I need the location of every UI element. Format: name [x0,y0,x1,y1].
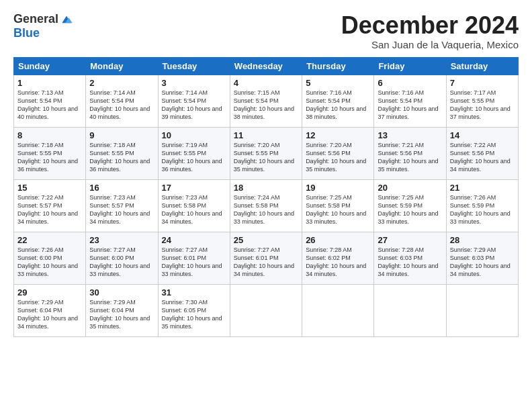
col-monday: Monday [86,57,158,75]
day-content: Sunrise: 7:29 AMSunset: 6:03 PMDaylight:… [450,246,511,277]
table-row: 11Sunrise: 7:20 AMSunset: 5:55 PMDayligh… [230,127,302,179]
day-number: 9 [89,130,154,140]
day-content: Sunrise: 7:17 AMSunset: 5:55 PMDaylight:… [450,89,511,120]
day-number: 27 [378,235,442,245]
col-friday: Friday [374,57,446,75]
table-row: 21Sunrise: 7:26 AMSunset: 5:59 PMDayligh… [446,179,518,232]
table-row: 13Sunrise: 7:21 AMSunset: 5:56 PMDayligh… [374,127,446,179]
table-row: 9Sunrise: 7:18 AMSunset: 5:55 PMDaylight… [86,127,158,179]
day-content: Sunrise: 7:16 AMSunset: 5:54 PMDaylight:… [378,89,438,120]
day-number: 28 [450,235,515,245]
day-number: 16 [89,183,154,193]
day-number: 10 [162,130,226,140]
header-area: General Blue December 2024 San Juan de l… [13,12,519,50]
calendar-week-row: 29Sunrise: 7:29 AMSunset: 6:04 PMDayligh… [14,284,519,336]
table-row: 14Sunrise: 7:22 AMSunset: 5:56 PMDayligh… [446,127,518,179]
table-row: 24Sunrise: 7:27 AMSunset: 6:01 PMDayligh… [158,232,230,284]
day-content: Sunrise: 7:14 AMSunset: 5:54 PMDaylight:… [162,89,222,120]
table-row: 20Sunrise: 7:25 AMSunset: 5:59 PMDayligh… [374,179,446,232]
calendar-week-row: 15Sunrise: 7:22 AMSunset: 5:57 PMDayligh… [14,179,519,232]
day-number: 25 [234,235,298,245]
day-content: Sunrise: 7:23 AMSunset: 5:58 PMDaylight:… [162,194,222,225]
day-content: Sunrise: 7:25 AMSunset: 5:59 PMDaylight:… [378,194,438,225]
day-number: 5 [306,78,370,88]
table-row: 8Sunrise: 7:18 AMSunset: 5:55 PMDaylight… [14,127,86,179]
day-content: Sunrise: 7:27 AMSunset: 6:01 PMDaylight:… [234,246,294,277]
table-row: 5Sunrise: 7:16 AMSunset: 5:54 PMDaylight… [302,75,374,127]
day-number: 13 [378,130,442,140]
day-number: 18 [234,183,298,193]
table-row: 18Sunrise: 7:24 AMSunset: 5:58 PMDayligh… [230,179,302,232]
logo: General Blue [13,12,73,40]
day-number: 19 [306,183,370,193]
table-row: 4Sunrise: 7:15 AMSunset: 5:54 PMDaylight… [230,75,302,127]
page: General Blue December 2024 San Juan de l… [0,0,532,344]
day-number: 15 [17,183,82,193]
calendar-week-row: 8Sunrise: 7:18 AMSunset: 5:55 PMDaylight… [14,127,519,179]
day-content: Sunrise: 7:29 AMSunset: 6:04 PMDaylight:… [17,299,78,330]
day-number: 30 [89,287,154,298]
day-number: 11 [234,130,298,140]
col-tuesday: Tuesday [158,57,230,75]
day-content: Sunrise: 7:28 AMSunset: 6:02 PMDaylight:… [306,246,366,277]
day-content: Sunrise: 7:26 AMSunset: 5:59 PMDaylight:… [450,194,511,225]
day-content: Sunrise: 7:27 AMSunset: 6:00 PMDaylight:… [89,246,150,277]
table-row: 6Sunrise: 7:16 AMSunset: 5:54 PMDaylight… [374,75,446,127]
day-number: 24 [162,235,226,245]
month-title: December 2024 [341,12,519,39]
table-row: 30Sunrise: 7:29 AMSunset: 6:04 PMDayligh… [86,284,158,336]
day-content: Sunrise: 7:18 AMSunset: 5:55 PMDaylight:… [89,142,150,173]
table-row [230,284,302,336]
table-row: 15Sunrise: 7:22 AMSunset: 5:57 PMDayligh… [14,179,86,232]
day-number: 1 [17,78,82,88]
day-content: Sunrise: 7:30 AMSunset: 6:05 PMDaylight:… [162,299,222,330]
day-content: Sunrise: 7:26 AMSunset: 6:00 PMDaylight:… [17,246,78,277]
table-row: 7Sunrise: 7:17 AMSunset: 5:55 PMDaylight… [446,75,518,127]
calendar-table: Sunday Monday Tuesday Wednesday Thursday… [13,57,519,337]
title-area: December 2024 San Juan de la Vaqueria, M… [341,12,519,50]
table-row: 17Sunrise: 7:23 AMSunset: 5:58 PMDayligh… [158,179,230,232]
table-row: 22Sunrise: 7:26 AMSunset: 6:00 PMDayligh… [14,232,86,284]
subtitle: San Juan de la Vaqueria, Mexico [341,39,519,50]
day-content: Sunrise: 7:19 AMSunset: 5:55 PMDaylight:… [162,142,222,173]
day-content: Sunrise: 7:18 AMSunset: 5:55 PMDaylight:… [17,142,78,173]
table-row [374,284,446,336]
col-thursday: Thursday [302,57,374,75]
table-row: 28Sunrise: 7:29 AMSunset: 6:03 PMDayligh… [446,232,518,284]
table-row: 31Sunrise: 7:30 AMSunset: 6:05 PMDayligh… [158,284,230,336]
table-row: 23Sunrise: 7:27 AMSunset: 6:00 PMDayligh… [86,232,158,284]
table-row [302,284,374,336]
table-row: 3Sunrise: 7:14 AMSunset: 5:54 PMDaylight… [158,75,230,127]
logo-text: General [13,12,73,26]
table-row: 19Sunrise: 7:25 AMSunset: 5:58 PMDayligh… [302,179,374,232]
day-content: Sunrise: 7:21 AMSunset: 5:56 PMDaylight:… [378,142,438,173]
col-saturday: Saturday [446,57,518,75]
day-number: 14 [450,130,515,140]
day-content: Sunrise: 7:14 AMSunset: 5:54 PMDaylight:… [89,89,150,120]
day-content: Sunrise: 7:24 AMSunset: 5:58 PMDaylight:… [234,194,294,225]
table-row: 2Sunrise: 7:14 AMSunset: 5:54 PMDaylight… [86,75,158,127]
day-content: Sunrise: 7:28 AMSunset: 6:03 PMDaylight:… [378,246,438,277]
table-row: 29Sunrise: 7:29 AMSunset: 6:04 PMDayligh… [14,284,86,336]
day-number: 8 [17,130,82,140]
table-row: 10Sunrise: 7:19 AMSunset: 5:55 PMDayligh… [158,127,230,179]
day-number: 3 [162,78,226,88]
logo-blue: Blue [13,26,40,40]
calendar-header-row: Sunday Monday Tuesday Wednesday Thursday… [14,57,519,75]
table-row: 16Sunrise: 7:23 AMSunset: 5:57 PMDayligh… [86,179,158,232]
day-number: 31 [162,287,226,298]
day-number: 17 [162,183,226,193]
day-content: Sunrise: 7:22 AMSunset: 5:56 PMDaylight:… [450,142,511,173]
col-wednesday: Wednesday [230,57,302,75]
day-number: 2 [89,78,154,88]
day-content: Sunrise: 7:23 AMSunset: 5:57 PMDaylight:… [89,194,150,225]
day-content: Sunrise: 7:25 AMSunset: 5:58 PMDaylight:… [306,194,366,225]
calendar-week-row: 1Sunrise: 7:13 AMSunset: 5:54 PMDaylight… [14,75,519,127]
day-content: Sunrise: 7:15 AMSunset: 5:54 PMDaylight:… [234,89,294,120]
col-sunday: Sunday [14,57,86,75]
logo-general: General [13,12,58,26]
day-number: 12 [306,130,370,140]
table-row: 12Sunrise: 7:20 AMSunset: 5:56 PMDayligh… [302,127,374,179]
day-number: 29 [17,287,82,298]
day-number: 4 [234,78,298,88]
